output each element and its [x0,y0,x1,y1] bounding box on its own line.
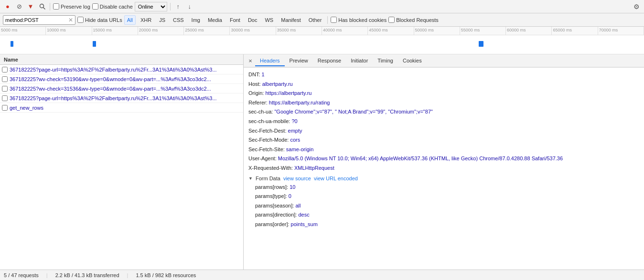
filter-xhr-button[interactable]: XHR [138,15,154,25]
filter-font-button[interactable]: Font [227,15,243,25]
hide-data-urls-label[interactable]: Hide data URLs [77,17,122,23]
timeline-tick: 20000 ms [138,27,184,35]
request-name: 367182225?wv-check=53190&wv-type=0&wmode… [10,76,241,82]
filter-manifest-button[interactable]: Manifest [278,15,304,25]
timeline-tick: 45000 ms [368,27,414,35]
timeline-tick: 10000 ms [46,27,92,35]
timeline-bar [11,41,14,47]
request-row[interactable]: get_new_rows [0,103,243,113]
download-button[interactable]: ↓ [185,2,194,11]
header-row: Sec-Fetch-Mode: cors [248,136,639,145]
preserve-log-checkbox[interactable] [53,3,59,10]
filter-ws-button[interactable]: WS [262,15,276,25]
filter-button[interactable]: ▼ [26,2,35,11]
request-checkbox[interactable] [2,76,8,82]
request-checkbox[interactable] [2,67,8,73]
timeline-tick: 60000 ms [506,27,552,35]
details-tabs: × HeadersPreviewResponseInitiatorTimingC… [244,54,644,68]
details-tab-cookies[interactable]: Cookies [398,56,427,66]
timeline-tick: 15000 ms [92,27,138,35]
upload-button[interactable]: ↑ [173,2,183,11]
view-source-link[interactable]: view source [283,176,311,181]
header-key: X-Requested-With: [248,165,294,171]
view-url-encoded-link[interactable]: view URL encoded [314,176,358,181]
form-data-row: params[order]: points_sum [248,220,639,229]
details-tab-timing[interactable]: Timing [373,56,398,66]
details-content: DNT: 1Host: albertparty.ruOrigin: https:… [244,68,644,270]
search-input[interactable] [5,17,67,23]
form-data-key: params[rows]: [255,184,290,190]
stop-button[interactable]: ⊘ [14,2,24,11]
request-checkbox[interactable] [2,86,8,92]
disable-cache-label[interactable]: Disable cache [92,3,133,10]
form-data-val: all [295,203,301,208]
details-tab-headers[interactable]: Headers [255,56,285,66]
form-data-row: params[direction]: desc [248,211,639,219]
form-data-title: ▼Form Dataview sourceview URL encoded [248,176,639,181]
request-checkbox[interactable] [2,95,8,101]
disable-cache-checkbox[interactable] [92,3,98,10]
filter-media-button[interactable]: Media [205,15,225,25]
has-blocked-cookies-label[interactable]: Has blocked cookies [331,17,386,23]
header-key: Sec-Fetch-Mode: [248,137,290,143]
timeline-tick: 40000 ms [322,27,368,35]
filter-other-button[interactable]: Other [306,15,325,25]
header-val: Mozilla/5.0 (Windows NT 10.0; Win64; x64… [278,156,563,161]
request-row[interactable]: 367182225?page-url=https%3A%2F%2Falbertp… [0,65,243,74]
record-button[interactable]: ● [3,2,12,11]
header-key: Sec-Fetch-Site: [248,146,286,152]
throttle-select[interactable]: Online Offline Slow 3G Fast 3G [135,2,167,11]
details-tabs-container: HeadersPreviewResponseInitiatorTimingCoo… [255,56,427,65]
header-row: X-Requested-With: XMLHttpRequest [248,164,639,173]
details-tab-response[interactable]: Response [313,56,346,66]
filter-sep [327,16,328,24]
request-row[interactable]: 367182225?wv-check=31536&wv-type=0&wmode… [0,84,243,93]
form-data-heading: Form Data [256,176,280,181]
header-val: https://albertparty.ru/rating [269,100,330,105]
filter-doc-button[interactable]: Doc [245,15,260,25]
form-data-section: ▼Form Dataview sourceview URL encodedpar… [248,176,639,229]
filter-js-button[interactable]: JS [156,15,168,25]
request-name: 367182225?wv-check=31536&wv-type=0&wmode… [10,86,241,92]
blocked-requests-checkbox[interactable] [388,17,395,23]
form-data-val: desc [298,212,309,218]
header-row: sec-ch-ua: "Google Chrome";v="87", " Not… [248,108,639,116]
form-data-row: params[type]: 0 [248,192,639,201]
search-button[interactable] [37,2,47,11]
header-row: Host: albertparty.ru [248,80,639,89]
header-key: Sec-Fetch-Dest: [248,128,288,134]
filter-all-button[interactable]: All [124,15,136,25]
form-data-key: params[season]: [255,203,295,208]
blocked-requests-label[interactable]: Blocked Requests [388,17,439,23]
timeline-bars [0,35,644,54]
requests-list: 367182225?page-url=https%3A%2F%2Falbertp… [0,65,243,113]
has-blocked-cookies-checkbox[interactable] [331,17,337,23]
preserve-log-label[interactable]: Preserve log [53,3,90,10]
svg-line-1 [43,8,44,9]
filter-bar: ✕ Hide data URLs All XHR JS CSS Img Medi… [0,13,644,27]
settings-button[interactable]: ⚙ [632,2,641,11]
details-close-button[interactable]: × [246,56,255,65]
header-val: same-origin [286,146,313,152]
details-tab-preview[interactable]: Preview [285,56,313,66]
filter-css-button[interactable]: CSS [170,15,187,25]
search-clear-button[interactable]: ✕ [68,17,73,23]
status-transferred: 2.2 kB / 41.3 kB transferred [55,272,119,278]
request-row[interactable]: 367182225?wv-check=53190&wv-type=0&wmode… [0,74,243,84]
details-tab-initiator[interactable]: Initiator [346,56,373,66]
filter-img-button[interactable]: Img [189,15,203,25]
timeline-bar [93,41,96,47]
main-area: Name 367182225?page-url=https%3A%2F%2Fal… [0,54,644,270]
form-data-row: params[rows]: 10 [248,183,639,192]
header-val: 1 [262,72,265,77]
hide-data-urls-checkbox[interactable] [77,17,84,23]
timeline-tick: 5000 ms [0,27,46,35]
request-row[interactable]: 367182225?page-url=https%3A%2F%2Falbertp… [0,93,243,103]
header-val: empty [288,128,302,134]
timeline-tick: 65000 ms [552,27,598,35]
request-name: get_new_rows [10,105,241,111]
collapse-arrow-icon[interactable]: ▼ [248,176,253,181]
timeline-tick: 25000 ms [184,27,230,35]
header-row: sec-ch-ua-mobile: ?0 [248,117,639,126]
request-checkbox[interactable] [2,105,8,111]
